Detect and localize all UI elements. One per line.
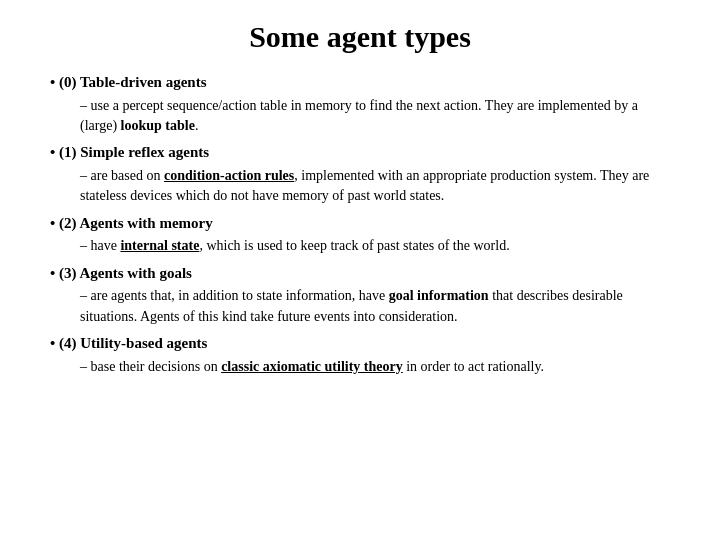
sub-item-4: – base their decisions on classic axioma… [50,357,670,377]
bold-utility-theory: classic axiomatic utility theory [221,359,403,374]
sub-item-3: – are agents that, in addition to state … [50,286,670,327]
sub-dash-2: – [80,238,91,253]
bullet-header-4: • (4) Utility-based agents [50,333,670,355]
sub-item-1: – are based on condition-action rules, i… [50,166,670,207]
bold-internal-state: internal state [120,238,199,253]
bullet-marker-2: • [50,215,59,231]
list-item: • (3) Agents with goals – are agents tha… [50,263,670,327]
bold-goal-information: goal information [389,288,489,303]
bullet-header-2: • (2) Agents with memory [50,213,670,235]
sub-dash-0: – [80,98,91,113]
bullet-header-1: • (1) Simple reflex agents [50,142,670,164]
slide-title: Some agent types [50,20,670,54]
sub-dash-3: – [80,288,91,303]
sub-dash-1: – [80,168,91,183]
list-item: • (1) Simple reflex agents – are based o… [50,142,670,206]
bold-condition-action: condition-action rules [164,168,294,183]
list-item: • (2) Agents with memory – have internal… [50,213,670,257]
bullet-marker-0: • [50,74,59,90]
bullet-marker-1: • [50,144,59,160]
bullet-header-3: • (3) Agents with goals [50,263,670,285]
bullet-marker-3: • [50,265,59,281]
bullet-header-0: • (0) Table-driven agents [50,72,670,94]
bold-lookup-table: lookup table [121,118,195,133]
bullet-marker-4: • [50,335,59,351]
list-item: • (4) Utility-based agents – base their … [50,333,670,377]
sub-item-2: – have internal state, which is used to … [50,236,670,256]
content-area: • (0) Table-driven agents – use a percep… [50,72,670,377]
slide-page: Some agent types • (0) Table-driven agen… [0,0,720,540]
sub-item-0: – use a percept sequence/action table in… [50,96,670,137]
list-item: • (0) Table-driven agents – use a percep… [50,72,670,136]
sub-dash-4: – [80,359,91,374]
